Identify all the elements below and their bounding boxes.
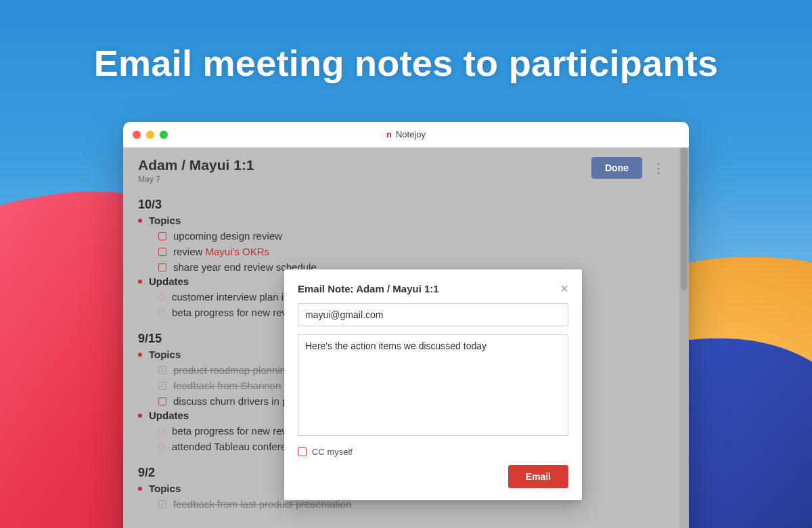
- bullet-icon: [138, 353, 142, 357]
- email-message-input[interactable]: [298, 334, 568, 436]
- bullet-circle-icon: [158, 309, 165, 316]
- bullet-circle-icon: [158, 294, 165, 301]
- checkbox-icon[interactable]: [158, 397, 166, 405]
- cc-myself-checkbox[interactable]: [298, 447, 307, 456]
- bullet-icon: [138, 487, 142, 491]
- close-icon[interactable]: ×: [560, 282, 568, 295]
- checkbox-icon[interactable]: [158, 263, 166, 271]
- checkbox-icon[interactable]: [158, 366, 166, 374]
- dialog-title: Email Note: Adam / Mayui 1:1: [298, 283, 439, 294]
- item-text: attended Tableau conference: [172, 441, 302, 452]
- section-date: 10/3: [138, 198, 664, 212]
- app-logo-icon: n: [386, 129, 392, 139]
- list-item: review Mayui's OKRs: [138, 246, 664, 257]
- checkbox-icon[interactable]: [158, 248, 166, 256]
- app-name: Notejoy: [396, 129, 426, 139]
- titlebar: n Notejoy: [123, 122, 689, 148]
- item-text: feedback from Shannon: [173, 380, 281, 391]
- checkbox-icon[interactable]: [158, 232, 166, 240]
- bullet-icon: [138, 219, 142, 223]
- note-title: Adam / Mayui 1:1: [138, 157, 254, 173]
- group-label: Updates: [149, 410, 189, 421]
- item-text: beta progress for new rev - 7: [172, 307, 302, 318]
- email-note-dialog: Email Note: Adam / Mayui 1:1 × CC myself…: [284, 269, 582, 500]
- bullet-icon: [138, 414, 142, 418]
- item-text: review Mayui's OKRs: [173, 246, 269, 257]
- group-label: Topics: [149, 349, 181, 360]
- item-text: beta progress for new rev - 5: [172, 425, 302, 437]
- bullet-circle-icon: [158, 428, 165, 435]
- hero-headline: Email meeting notes to participants: [0, 0, 812, 84]
- send-email-button[interactable]: Email: [508, 465, 568, 488]
- window-title: n Notejoy: [123, 129, 689, 139]
- bullet-circle-icon: [158, 443, 165, 450]
- scrollbar[interactable]: [679, 148, 689, 528]
- checkbox-icon[interactable]: [158, 382, 166, 390]
- group-label-row: Topics: [138, 215, 664, 226]
- bullet-icon: [138, 280, 142, 284]
- email-to-input[interactable]: [298, 303, 568, 326]
- item-text: upcoming design review: [173, 230, 282, 242]
- cc-myself-label: CC myself: [312, 447, 353, 457]
- scrollbar-thumb[interactable]: [681, 148, 687, 290]
- checkbox-icon[interactable]: [158, 500, 166, 508]
- group-label: Topics: [149, 215, 181, 226]
- list-item: upcoming design review: [138, 230, 664, 242]
- group-label: Updates: [149, 276, 189, 287]
- group-label: Topics: [149, 483, 181, 494]
- done-button[interactable]: Done: [591, 157, 642, 179]
- inline-link[interactable]: Mayui's OKRs: [206, 246, 270, 257]
- item-text: customer interview plan is av: [172, 291, 302, 303]
- note-date: May 7: [138, 175, 254, 184]
- item-text: discuss churn drivers in prod: [173, 395, 302, 407]
